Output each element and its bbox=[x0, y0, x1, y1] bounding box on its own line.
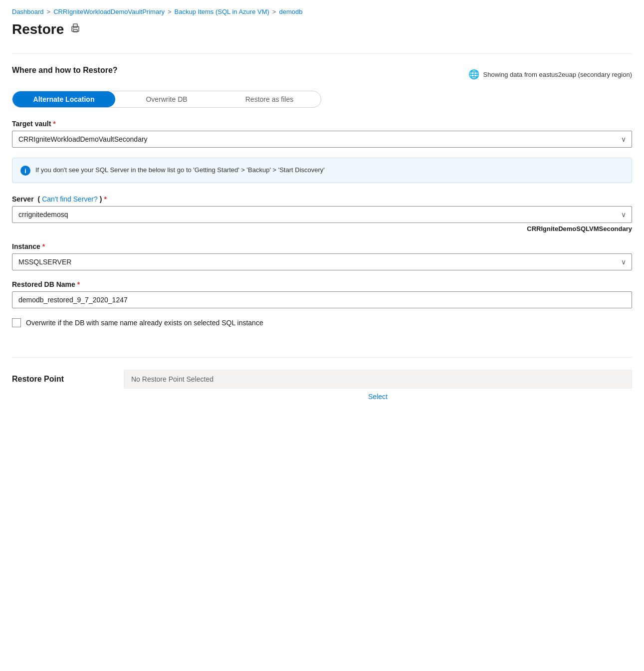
server-select[interactable]: crrignitedemosq bbox=[12, 206, 632, 223]
breadcrumb-backup-items[interactable]: Backup Items (SQL in Azure VM) bbox=[175, 8, 269, 15]
server-paren-close: ) bbox=[100, 195, 102, 203]
restore-point-label: Restore Point bbox=[12, 375, 112, 384]
restore-point-value: No Restore Point Selected bbox=[124, 370, 632, 389]
server-select-wrapper: crrignitedemosq bbox=[12, 206, 632, 223]
overwrite-checkbox-row: Overwrite if the DB with same name alrea… bbox=[12, 318, 632, 327]
target-vault-field: Target vault * CRRIgniteWorkloadDemoVaul… bbox=[12, 120, 632, 148]
target-vault-label: Target vault bbox=[12, 120, 51, 128]
cant-find-server-link[interactable]: Can't find Server? bbox=[42, 195, 98, 203]
breadcrumb-sep-3: > bbox=[272, 8, 276, 15]
target-vault-select-wrapper: CRRIgniteWorkloadDemoVaultSecondary bbox=[12, 131, 632, 148]
restore-point-row: Restore Point No Restore Point Selected bbox=[12, 370, 632, 389]
restored-db-name-input[interactable] bbox=[12, 291, 632, 308]
server-sub-label: CRRIgniteDemoSQLVMSecondary bbox=[12, 225, 632, 232]
instance-select-wrapper: MSSQLSERVER bbox=[12, 253, 632, 270]
target-vault-select[interactable]: CRRIgniteWorkloadDemoVaultSecondary bbox=[12, 131, 632, 148]
info-banner: i If you don't see your SQL Server in th… bbox=[12, 158, 632, 183]
instance-label: Instance bbox=[12, 242, 40, 250]
page-title: Restore bbox=[12, 21, 64, 37]
restored-db-name-required: * bbox=[77, 280, 80, 288]
server-field: Server ( Can't find Server? ) * crrignit… bbox=[12, 195, 632, 232]
overwrite-checkbox-label: Overwrite if the DB with same name alrea… bbox=[26, 319, 263, 327]
select-link-row: Select bbox=[124, 393, 632, 401]
restored-db-name-label: Restored DB Name bbox=[12, 280, 75, 288]
instance-field: Instance * MSSQLSERVER bbox=[12, 242, 632, 270]
breadcrumb: Dashboard > CRRIgniteWorkloadDemoVaultPr… bbox=[12, 8, 632, 15]
region-info-text: Showing data from eastus2euap (secondary… bbox=[483, 71, 632, 78]
restore-tab-group: Alternate Location Overwrite DB Restore … bbox=[12, 91, 321, 108]
info-banner-text: If you don't see your SQL Server in the … bbox=[35, 165, 325, 175]
svg-rect-1 bbox=[73, 24, 77, 27]
region-info: 🌐 Showing data from eastus2euap (seconda… bbox=[468, 69, 632, 80]
breadcrumb-sep-2: > bbox=[168, 8, 172, 15]
restored-db-name-field: Restored DB Name * bbox=[12, 280, 632, 308]
select-restore-point-link[interactable]: Select bbox=[368, 393, 388, 401]
server-required: * bbox=[104, 195, 106, 203]
breadcrumb-sep-1: > bbox=[47, 8, 51, 15]
instance-required: * bbox=[42, 242, 45, 250]
tab-alternate-location[interactable]: Alternate Location bbox=[12, 91, 115, 107]
svg-rect-2 bbox=[73, 29, 77, 32]
restore-section-heading: Where and how to Restore? bbox=[12, 66, 118, 75]
server-paren-open: ( bbox=[36, 195, 40, 203]
breadcrumb-demodb[interactable]: demodb bbox=[279, 8, 302, 15]
server-label: Server bbox=[12, 195, 34, 203]
info-icon: i bbox=[20, 166, 30, 176]
target-vault-required: * bbox=[53, 120, 55, 128]
restore-form: Where and how to Restore? 🌐 Showing data… bbox=[12, 66, 632, 327]
instance-select[interactable]: MSSQLSERVER bbox=[12, 253, 632, 270]
print-icon[interactable] bbox=[70, 23, 81, 36]
overwrite-checkbox[interactable] bbox=[12, 318, 21, 327]
breadcrumb-dashboard[interactable]: Dashboard bbox=[12, 8, 44, 15]
tab-restore-as-files[interactable]: Restore as files bbox=[218, 91, 321, 107]
globe-icon: 🌐 bbox=[468, 69, 479, 80]
breadcrumb-vault-primary[interactable]: CRRIgniteWorkloadDemoVaultPrimary bbox=[53, 8, 165, 15]
restore-point-section: Restore Point No Restore Point Selected … bbox=[12, 357, 632, 401]
svg-point-3 bbox=[73, 27, 74, 28]
tab-overwrite-db[interactable]: Overwrite DB bbox=[115, 91, 218, 107]
